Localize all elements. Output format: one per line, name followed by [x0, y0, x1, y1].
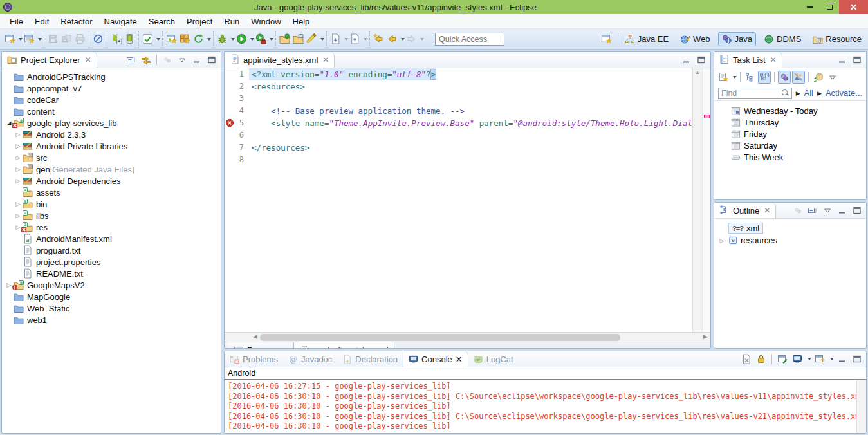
focus-on-workweek-button[interactable] — [778, 71, 791, 84]
tree-item-content[interactable]: content — [2, 106, 221, 117]
schedule-presentation-button[interactable] — [758, 71, 771, 84]
menu-project[interactable]: Project — [181, 15, 218, 28]
hide-completed-tasks-button[interactable] — [792, 71, 805, 84]
tab-logcat[interactable]: LogCat — [468, 351, 519, 367]
menu-search[interactable]: Search — [143, 15, 181, 28]
link-with-editor-button[interactable] — [140, 53, 152, 66]
open-type-button[interactable] — [278, 32, 291, 47]
menu-help[interactable]: Help — [287, 15, 316, 28]
code-line-6[interactable]: 6 — [225, 129, 692, 142]
all-expander-icon[interactable]: ▶ — [796, 90, 800, 97]
new-task-dropdown-icon[interactable] — [733, 76, 737, 79]
highlighter-dropdown-icon[interactable] — [320, 38, 324, 41]
synchronize-tasks-button[interactable] — [812, 71, 825, 84]
hscroll-thumb[interactable] — [260, 334, 620, 341]
code-area[interactable]: 1<?xml version="1.0" encoding="utf-8"?>2… — [225, 68, 692, 332]
tree-item-libs[interactable]: ▷alibs — [2, 210, 221, 221]
open-perspective-button[interactable] — [600, 32, 613, 47]
debug-button[interactable] — [216, 32, 229, 47]
scroll-lock-button[interactable] — [755, 353, 768, 366]
new-android-app-button[interactable] — [165, 32, 178, 47]
tab-javadoc[interactable]: @Javadoc — [283, 351, 337, 367]
quick-access-input[interactable] — [435, 33, 504, 46]
menu-refactor[interactable]: Refactor — [55, 15, 98, 28]
outline-tab[interactable]: Outline ✕ — [714, 203, 776, 218]
task-item-saturday[interactable]: Saturday — [714, 140, 866, 151]
maximize-editor-button[interactable] — [695, 53, 708, 66]
collapsed-arrow-icon[interactable]: ▷ — [14, 178, 23, 184]
maximize-view-button[interactable] — [851, 53, 863, 66]
tree-item-android-2-3-3[interactable]: ▷Android 2.3.3 — [2, 129, 221, 140]
editor-tab[interactable]: appinvite_styles.xml ✕ — [225, 52, 335, 68]
menu-window[interactable]: Window — [245, 15, 286, 28]
page-tab-resources[interactable]: Resources — [227, 342, 293, 349]
view-menu-button[interactable] — [821, 204, 834, 217]
menu-navigate[interactable]: Navigate — [98, 15, 143, 28]
perspective-java-ee[interactable]: Java EE — [621, 32, 672, 46]
tree-item-android-private-libraries[interactable]: ▷Android Private Libraries — [2, 140, 221, 152]
collapsed-arrow-icon[interactable]: ▷ — [14, 212, 23, 219]
code-line-7[interactable]: 7</resources> — [225, 142, 692, 154]
editor-horizontal-scrollbar[interactable]: ◀ ▶ — [225, 332, 710, 342]
restore-button[interactable] — [820, 0, 839, 14]
tree-item-googlemapsv2[interactable]: ▷aGoogleMapsV2 — [2, 279, 221, 291]
perspective-web[interactable]: Web — [676, 32, 714, 46]
open-console-dropdown-icon[interactable] — [830, 358, 834, 360]
run-button[interactable] — [235, 32, 248, 47]
view-menu-button[interactable] — [176, 53, 189, 66]
collapsed-arrow-icon[interactable]: ▷ — [718, 237, 726, 244]
tree-item-androidgpstracking[interactable]: AndroidGPSTracking — [2, 71, 221, 82]
tree-item-assets[interactable]: aassets — [2, 187, 221, 198]
tree-item-web-static[interactable]: Web_Static — [2, 302, 221, 314]
tree-item-mapgoogle[interactable]: MapGoogle — [2, 291, 221, 302]
pin-console-button[interactable] — [776, 353, 789, 366]
minimize-view-button[interactable] — [836, 53, 849, 66]
tab-console[interactable]: Console✕ — [403, 351, 468, 367]
task-list-tab[interactable]: Task List ✕ — [714, 52, 782, 68]
minimize-view-button[interactable] — [836, 353, 849, 366]
tree-item-appcompat-v7[interactable]: appcompat_v7 — [2, 82, 221, 94]
tree-item-project-properties[interactable]: project.properties — [2, 256, 221, 268]
tree-item-readme-txt[interactable]: README.txt — [2, 268, 221, 279]
tree-item-src[interactable]: ▷src — [2, 152, 221, 163]
next-annotation-button[interactable] — [329, 32, 342, 47]
tree-item-res[interactable]: ▷ares — [2, 221, 221, 233]
prev-annotation-dropdown-icon[interactable] — [364, 38, 367, 41]
tree-item-codecar[interactable]: codeCar — [2, 94, 221, 106]
clear-console-button[interactable] — [740, 353, 753, 366]
back-button[interactable] — [385, 32, 399, 47]
lint-button[interactable] — [141, 32, 154, 47]
minimize-view-button[interactable] — [836, 204, 849, 217]
task-item-thursday[interactable]: Thursday — [714, 116, 866, 128]
overview-ruler[interactable] — [702, 68, 710, 332]
tree-item-bin[interactable]: ▷abin — [2, 198, 221, 210]
code-line-1[interactable]: 1<?xml version="1.0" encoding="utf-8"?> — [225, 68, 692, 80]
new-task-button[interactable] — [717, 71, 730, 84]
collapsed-arrow-icon[interactable]: ▷ — [14, 143, 23, 149]
forward-dropdown-icon[interactable] — [420, 38, 424, 41]
lint-dropdown-icon[interactable] — [156, 38, 160, 41]
perspective-ddms[interactable]: DDMS — [760, 32, 805, 46]
find-input[interactable]: Find — [718, 88, 792, 99]
refresh-button[interactable] — [192, 32, 205, 47]
tree-item-google-play-services-lib[interactable]: ◢agoogle-play-services_lib — [2, 117, 221, 129]
new-wizard-button[interactable] — [3, 32, 17, 47]
view-menu-button[interactable] — [826, 71, 839, 84]
maximize-view-button[interactable] — [205, 53, 218, 66]
close-button[interactable]: ✕ — [839, 0, 868, 14]
perspective-resource[interactable]: Resource — [809, 32, 865, 46]
new-android-test-button[interactable] — [178, 32, 192, 47]
outline-item-xml[interactable]: ?=?xml — [714, 222, 866, 234]
close-view-icon[interactable]: ✕ — [764, 206, 770, 215]
code-line-2[interactable]: 2<resources> — [225, 80, 692, 93]
console-output[interactable]: [2016-04-06 16:27:15 - google-play-servi… — [225, 380, 866, 432]
new-menu-button[interactable] — [23, 32, 36, 47]
highlighter-button[interactable] — [305, 32, 319, 47]
task-item-wednesday-today[interactable]: Wednesday - Today — [714, 105, 866, 116]
code-line-5[interactable]: 5 <style name="Theme.AppInvite.Preview.B… — [225, 117, 692, 129]
prev-annotation-button[interactable] — [348, 32, 362, 47]
tree-item-proguard-txt[interactable]: proguard.txt — [2, 245, 221, 256]
error-overview-marker[interactable] — [704, 115, 710, 118]
new-menu-dropdown-icon[interactable] — [38, 38, 42, 41]
minimize-button[interactable] — [800, 0, 820, 14]
